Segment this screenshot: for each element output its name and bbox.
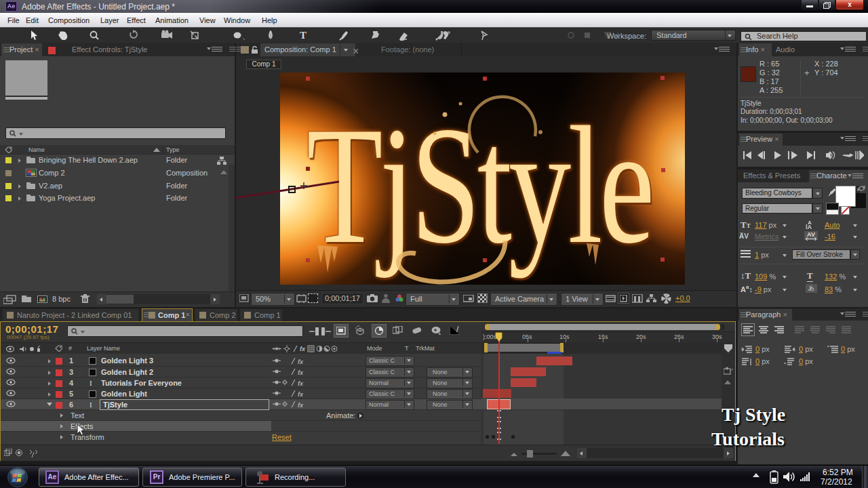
svg-text:fx: fx [298, 369, 304, 376]
svg-text:fx: fx [300, 346, 306, 352]
svg-text:lA: lA [806, 224, 812, 230]
svg-text:fx: fx [298, 391, 304, 398]
svg-text:fx: fx [298, 359, 304, 365]
svg-text:A̅V: A̅V [739, 232, 749, 240]
svg-text:T: T [300, 30, 307, 41]
svg-text:fx: fx [298, 402, 304, 409]
svg-text:fx: fx [298, 380, 304, 387]
